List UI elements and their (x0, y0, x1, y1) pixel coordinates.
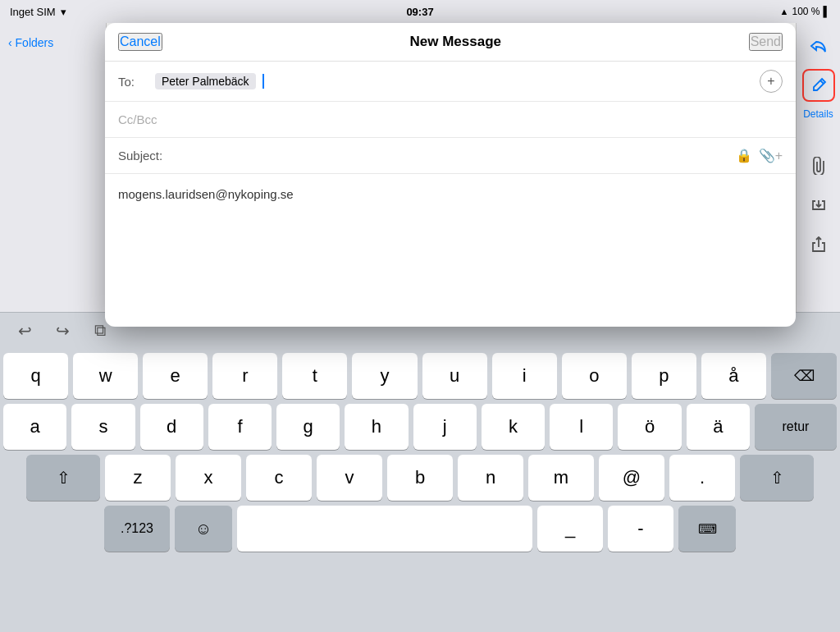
key-v[interactable]: v (317, 455, 382, 501)
autocomplete-suggestion[interactable]: mogens.lauridsen@nykoping.se (118, 184, 783, 204)
key-o[interactable]: o (562, 353, 627, 399)
to-value[interactable]: Peter Palmebäck (155, 73, 760, 89)
carrier-label: Inget SIM (10, 6, 56, 18)
back-button[interactable]: ‹ Folders (8, 36, 53, 49)
sidebar-header: ‹ Folders (0, 30, 106, 56)
key-o-umlaut[interactable]: ö (618, 404, 681, 450)
key-period[interactable]: . (669, 455, 735, 501)
subject-label: Subject: (118, 149, 162, 163)
key-u[interactable]: u (422, 353, 487, 399)
compose-button[interactable] (802, 69, 835, 102)
emoji-key[interactable]: ☺ (175, 506, 232, 552)
subject-field[interactable]: Subject: 🔒 📎+ (105, 138, 796, 174)
subject-icons: 🔒 📎+ (736, 148, 783, 163)
to-label: To: (118, 75, 155, 89)
to-field[interactable]: To: Peter Palmebäck + (105, 62, 796, 102)
key-w[interactable]: w (73, 353, 138, 399)
attachment-icon (802, 149, 835, 182)
details-label[interactable]: Details (803, 108, 833, 120)
shift-key-right[interactable]: ⇧ (740, 455, 814, 501)
keyboard-rows: q w e r t y u i o p å ⌫ a s d f g h j k … (0, 348, 840, 555)
send-button[interactable]: Send (749, 33, 783, 51)
add-recipient-button[interactable]: + (760, 70, 783, 93)
location-icon: ▲ (780, 7, 789, 16)
status-bar: Inget SIM ▾ 09:37 ▲ 100 % ▌ (0, 0, 840, 23)
wifi-icon: ▾ (61, 6, 66, 18)
status-left: Inget SIM ▾ (10, 6, 66, 18)
key-x[interactable]: x (176, 455, 241, 501)
key-at[interactable]: @ (599, 455, 664, 501)
status-time: 09:37 (406, 6, 433, 18)
status-right: ▲ 100 % ▌ (780, 6, 830, 17)
key-r[interactable]: r (212, 353, 277, 399)
key-j[interactable]: j (413, 404, 477, 450)
key-p[interactable]: p (632, 353, 696, 399)
key-f[interactable]: f (208, 404, 272, 450)
keyboard-area: ↩ ↪ ⧉ q w e r t y u i o p å ⌫ a s d f g … (0, 312, 840, 632)
modal-body[interactable]: mogens.lauridsen@nykoping.se (105, 174, 796, 327)
keyboard-row-3: ⇧ z x c v b n m @ . ⇧ (3, 455, 837, 501)
key-d[interactable]: d (140, 404, 203, 450)
key-c[interactable]: c (246, 455, 312, 501)
expand-icon (802, 189, 835, 222)
battery-icon: ▌ (823, 6, 830, 17)
recipient-chip[interactable]: Peter Palmebäck (155, 73, 256, 89)
key-dash[interactable]: - (608, 506, 673, 552)
key-m[interactable]: m (528, 455, 594, 501)
key-t[interactable]: t (282, 353, 347, 399)
key-n[interactable]: n (458, 455, 523, 501)
key-e[interactable]: e (143, 353, 208, 399)
shift-key[interactable]: ⇧ (26, 455, 100, 501)
text-cursor (262, 74, 264, 89)
key-a[interactable]: a (3, 404, 66, 450)
key-g[interactable]: g (276, 404, 340, 450)
key-i[interactable]: i (492, 353, 557, 399)
key-a-umlaut[interactable]: ä (687, 404, 750, 450)
keyboard-row-4: .?123 ☺ _ - ⌨ (3, 506, 837, 552)
reply-button[interactable] (802, 30, 835, 62)
new-message-modal: Cancel New Message Send To: Peter Palmeb… (105, 23, 796, 327)
attachment-button[interactable]: 📎+ (759, 148, 783, 163)
keyboard-row-1: q w e r t y u i o p å ⌫ (3, 353, 837, 399)
hide-keyboard-key[interactable]: ⌨ (678, 506, 736, 552)
key-z[interactable]: z (105, 455, 171, 501)
space-key[interactable] (237, 506, 532, 552)
share-icon (802, 228, 835, 261)
undo-button[interactable]: ↩ (11, 318, 38, 344)
cc-bcc-field[interactable]: Cc/Bcc (105, 102, 796, 138)
cancel-button[interactable]: Cancel (118, 33, 162, 51)
key-q[interactable]: q (3, 353, 68, 399)
battery-label: 100 % (792, 6, 819, 17)
key-k[interactable]: k (482, 404, 545, 450)
lock-icon: 🔒 (736, 148, 752, 163)
cc-bcc-label: Cc/Bcc (118, 112, 158, 126)
keyboard-row-2: a s d f g h j k l ö ä retur (3, 404, 837, 450)
key-l[interactable]: l (550, 404, 613, 450)
num-key[interactable]: .?123 (104, 506, 170, 552)
key-y[interactable]: y (352, 353, 417, 399)
redo-button[interactable]: ↪ (49, 318, 75, 344)
key-underscore[interactable]: _ (537, 506, 603, 552)
key-h[interactable]: h (345, 404, 408, 450)
key-b[interactable]: b (387, 455, 453, 501)
modal-title: New Message (409, 34, 501, 50)
key-a-ring[interactable]: å (701, 353, 766, 399)
key-s[interactable]: s (71, 404, 135, 450)
backspace-key[interactable]: ⌫ (771, 353, 837, 399)
modal-header: Cancel New Message Send (105, 23, 796, 62)
return-key[interactable]: retur (755, 404, 837, 450)
